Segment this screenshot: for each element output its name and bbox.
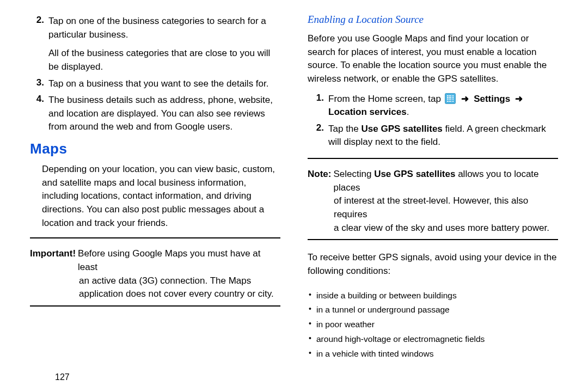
- gps-note: Note: Selecting Use GPS satellites allow…: [308, 168, 558, 235]
- list-item: in poor weather: [308, 318, 558, 332]
- maps-heading: Maps: [30, 140, 280, 157]
- step-3-text: Tap on a business that you want to see t…: [48, 77, 268, 91]
- maps-intro-paragraph: Depending on your location, you can view…: [42, 163, 280, 230]
- note-label: Note:: [308, 168, 333, 194]
- divider: [308, 239, 558, 240]
- step-2-sub: All of the business categories that are …: [48, 47, 280, 74]
- right-step-1-part-a: From the Home screen, tap: [328, 94, 441, 104]
- important-line2: an active data (3G) connection. The Maps: [79, 274, 280, 288]
- gps-conditions-intro: To receive better GPS signals, avoid usi…: [308, 251, 558, 278]
- right-column: Enabling a Location Source Before you us…: [294, 14, 558, 381]
- page-number: 127: [55, 372, 70, 382]
- location-intro-paragraph: Before you use Google Maps and find your…: [308, 32, 558, 86]
- arrow-icon: ➜: [513, 94, 525, 104]
- section-subtitle: Enabling a Location Source: [308, 14, 558, 26]
- step-2-text: Tap on one of the business categories to…: [48, 15, 280, 74]
- important-note: Important! Before using Google Maps you …: [30, 247, 280, 301]
- step-3: 3. Tap on a business that you want to se…: [30, 77, 280, 91]
- right-step-1-text: From the Home screen, tap ➜ Settings ➜ L…: [328, 93, 558, 119]
- note-line1: Selecting Use GPS satellites allows you …: [333, 168, 558, 194]
- arrow-icon: ➜: [459, 94, 471, 104]
- list-item: inside a building or between buildings: [308, 289, 558, 303]
- gps-conditions-list: inside a building or between buildings i…: [308, 288, 558, 362]
- step-2: 2. Tap on one of the business categories…: [30, 15, 280, 74]
- right-step-2-part-a: Tap the: [328, 124, 362, 134]
- left-column: 2. Tap on one of the business categories…: [30, 14, 294, 381]
- step-4-number: 4.: [30, 94, 48, 134]
- period: .: [407, 107, 409, 117]
- settings-label: Settings: [474, 94, 510, 104]
- divider: [30, 237, 280, 238]
- note-part-a: Selecting: [333, 169, 374, 179]
- divider: [308, 158, 558, 159]
- step-3-number: 3.: [30, 77, 48, 91]
- step-4-text: The business details such as address, ph…: [48, 94, 280, 134]
- use-gps-label: Use GPS satellites: [374, 169, 455, 179]
- right-step-2: 2. Tap the Use GPS satellites field. A g…: [308, 122, 558, 149]
- list-item: in a tunnel or underground passage: [308, 303, 558, 317]
- list-item: around high-voltage or electromagnetic f…: [308, 333, 558, 346]
- right-step-2-text: Tap the Use GPS satellites field. A gree…: [328, 122, 558, 149]
- use-gps-label: Use GPS satellites: [362, 124, 443, 134]
- right-step-1-number: 1.: [308, 93, 328, 119]
- step-4: 4. The business details such as address,…: [30, 94, 280, 134]
- important-label: Important!: [30, 247, 78, 274]
- right-step-1: 1. From the Home screen, tap ➜ Settings …: [308, 93, 558, 119]
- apps-icon: [445, 93, 456, 104]
- note-line3: a clear view of the sky and uses more ba…: [334, 222, 558, 235]
- note-line2: of interest at the street-level. However…: [334, 194, 558, 221]
- important-line1: Before using Google Maps you must have a…: [78, 247, 280, 274]
- important-line3: application does not cover every country…: [79, 287, 280, 301]
- step-2-body: Tap on one of the business categories to…: [48, 16, 266, 40]
- step-2-number: 2.: [30, 15, 48, 74]
- document-page: 2. Tap on one of the business categories…: [0, 0, 588, 392]
- list-item: in a vehicle with tinted windows: [308, 347, 558, 361]
- right-step-2-number: 2.: [308, 122, 328, 149]
- divider: [30, 305, 280, 307]
- location-services-label: Location services: [328, 107, 407, 117]
